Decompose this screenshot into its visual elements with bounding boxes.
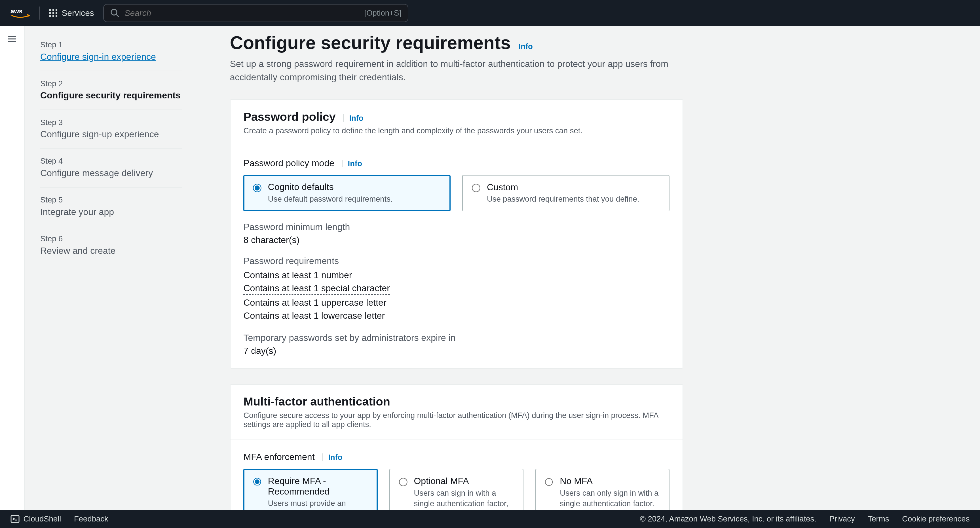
divider [39, 6, 40, 19]
policy-mode-defaults-tile[interactable]: Cognito defaults Use default password re… [243, 175, 450, 211]
svg-rect-2 [52, 9, 54, 11]
min-length-label: Password minimum length [243, 222, 670, 232]
search-shortcut: [Option+S] [364, 8, 401, 17]
svg-rect-3 [56, 9, 57, 11]
search-icon [110, 8, 119, 17]
privacy-link[interactable]: Privacy [829, 514, 855, 523]
svg-rect-9 [56, 15, 57, 17]
svg-line-11 [116, 14, 119, 17]
requirement-item: Contains at least 1 lowercase letter [243, 309, 670, 322]
requirement-item: Contains at least 1 number [243, 269, 670, 282]
feedback-link[interactable]: Feedback [74, 514, 108, 523]
wizard-step-6: Step 6 Review and create [40, 226, 182, 264]
wizard-step-stage: Step 3 [40, 118, 182, 127]
temp-expire-value: 7 day(s) [243, 346, 670, 356]
mfa-card: Multi-factor authentication Configure se… [230, 384, 683, 528]
svg-rect-6 [56, 12, 57, 14]
wizard-step-stage: Step 5 [40, 196, 182, 204]
aws-logo[interactable]: aws [11, 7, 30, 19]
wizard-step-label: Review and create [40, 245, 182, 257]
page-info-link[interactable]: Info [517, 42, 533, 51]
svg-text:aws: aws [11, 8, 22, 15]
wizard-step-4: Step 4 Configure message delivery [40, 149, 182, 188]
services-label: Services [62, 8, 94, 18]
svg-rect-8 [52, 15, 54, 17]
wizard-step-stage: Step 4 [40, 156, 182, 165]
policy-mode-custom-radio[interactable] [472, 184, 480, 192]
hamburger-icon[interactable] [0, 34, 24, 46]
main-content: Configure security requirements Info Set… [187, 26, 980, 528]
requirements-label: Password requirements [243, 256, 670, 266]
search-box[interactable]: [Option+S] [103, 4, 408, 22]
wizard-step-label[interactable]: Configure sign-in experience [40, 51, 182, 63]
global-nav: aws Services [Option+S] Ohio manoj.khatr… [0, 0, 980, 26]
wizard-step-stage: Step 2 [40, 79, 182, 88]
wizard-step-label: Configure security requirements [40, 89, 182, 102]
policy-mode-info-link[interactable]: Info [342, 160, 362, 167]
policy-mode-custom-tile[interactable]: Custom Use password requirements that yo… [462, 175, 670, 211]
wizard-step-1[interactable]: Step 1 Configure sign-in experience [40, 32, 182, 71]
wizard-step-label: Configure message delivery [40, 167, 182, 179]
label-text: Password policy mode [243, 158, 334, 168]
wizard-step-stage: Step 6 [40, 234, 182, 243]
password-policy-card: Password policy Info Create a password p… [230, 99, 683, 368]
tile-desc: Use default password requirements. [268, 194, 393, 204]
wizard-step-5: Step 5 Integrate your app [40, 188, 182, 227]
tile-title: Require MFA - Recommended [268, 476, 368, 497]
svg-rect-5 [52, 12, 54, 14]
search-input[interactable] [124, 8, 364, 18]
card-title: Multi-factor authentication [243, 395, 390, 408]
wizard-step-label: Configure sign-up experience [40, 128, 182, 140]
wizard-step-label: Integrate your app [40, 206, 182, 218]
mfa-optional-radio[interactable] [399, 478, 407, 486]
tile-title: No MFA [560, 476, 660, 486]
wizard-step-3: Step 3 Configure sign-up experience [40, 110, 182, 149]
requirements-list: Contains at least 1 number Contains at l… [243, 269, 670, 323]
wizard-step-2: Step 2 Configure security requirements [40, 71, 182, 110]
tile-title: Cognito defaults [268, 182, 393, 192]
policy-mode-defaults-radio[interactable] [253, 184, 261, 192]
terms-link[interactable]: Terms [868, 514, 889, 523]
cloudshell-label: CloudShell [23, 514, 61, 523]
grid-icon [49, 8, 58, 17]
card-description: Configure secure access to your app by e… [243, 411, 670, 429]
copyright: © 2024, Amazon Web Services, Inc. or its… [640, 514, 816, 523]
mfa-enforcement-info-link[interactable]: Info [322, 453, 342, 461]
cookie-prefs-link[interactable]: Cookie preferences [902, 514, 969, 523]
card-description: Create a password policy to define the l… [243, 126, 670, 135]
card-title: Password policy [243, 110, 336, 123]
svg-rect-7 [49, 15, 51, 17]
tile-title: Custom [487, 182, 639, 192]
services-menu[interactable]: Services [49, 8, 94, 18]
policy-mode-label: Password policy mode Info [243, 158, 670, 169]
mfa-require-radio[interactable] [253, 478, 261, 486]
page-title: Configure security requirements [230, 32, 511, 53]
wizard-step-stage: Step 1 [40, 40, 182, 49]
tile-desc: Use password requirements that you defin… [487, 194, 639, 204]
min-length-value: 8 character(s) [243, 235, 670, 245]
page-description: Set up a strong password requirement in … [230, 57, 684, 84]
mfa-none-radio[interactable] [545, 478, 554, 486]
mfa-enforcement-label: MFA enforcement Info [243, 452, 670, 462]
password-policy-info-link[interactable]: Info [344, 114, 364, 122]
wizard-nav: Step 1 Configure sign-in experience Step… [25, 26, 187, 528]
svg-rect-1 [49, 9, 51, 11]
temp-expire-label: Temporary passwords set by administrator… [243, 332, 670, 343]
svg-rect-4 [49, 12, 51, 14]
label-text: MFA enforcement [243, 452, 315, 462]
tile-title: Optional MFA [414, 476, 514, 486]
requirement-item: Contains at least 1 special character [243, 283, 390, 295]
svg-point-10 [111, 10, 117, 15]
cloudshell-button[interactable]: CloudShell [11, 514, 61, 523]
side-gutter [0, 26, 25, 528]
global-footer: CloudShell Feedback © 2024, Amazon Web S… [0, 510, 980, 528]
requirement-item: Contains at least 1 uppercase letter [243, 296, 670, 309]
